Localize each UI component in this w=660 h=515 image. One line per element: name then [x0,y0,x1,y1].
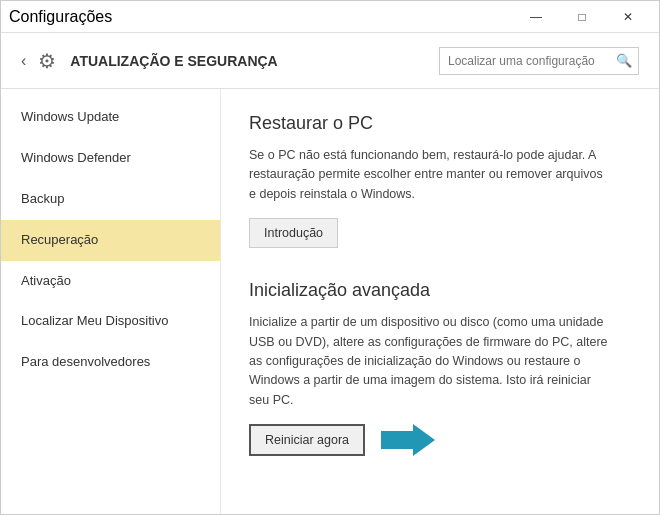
reiniciar-agora-button[interactable]: Reiniciar agora [249,424,365,456]
arrow-tail [381,431,413,449]
arrow-head [413,424,435,456]
sidebar-item-windows-update[interactable]: Windows Update [1,97,220,138]
section-inicializacao-desc: Inicialize a partir de um dispositivo ou… [249,313,609,410]
sidebar-item-recuperacao[interactable]: Recuperação [1,220,220,261]
maximize-button[interactable]: □ [559,1,605,33]
close-button[interactable]: ✕ [605,1,651,33]
sidebar-item-backup[interactable]: Backup [1,179,220,220]
section-restaurar-desc: Se o PC não está funcionando bem, restau… [249,146,609,204]
gear-icon: ⚙ [38,49,56,73]
title-bar-title: Configurações [9,8,112,26]
arrow-indicator [381,424,435,456]
sidebar-item-windows-defender[interactable]: Windows Defender [1,138,220,179]
settings-window: Configurações — □ ✕ ‹ ⚙ ATUALIZAÇÃO E SE… [0,0,660,515]
section-inicializacao-title: Inicialização avançada [249,280,631,301]
back-button[interactable]: ‹ [21,52,26,70]
title-bar: Configurações — □ ✕ [1,1,659,33]
search-icon: 🔍 [610,47,638,75]
title-bar-left: Configurações [9,8,112,26]
sidebar-item-desenvolvedores[interactable]: Para desenvolvedores [1,342,220,383]
app-title: ATUALIZAÇÃO E SEGURANÇA [70,53,439,69]
app-header: ‹ ⚙ ATUALIZAÇÃO E SEGURANÇA 🔍 [1,33,659,89]
section-restaurar: Restaurar o PC Se o PC não está funciona… [249,113,631,248]
content-area: Restaurar o PC Se o PC não está funciona… [221,89,659,514]
minimize-button[interactable]: — [513,1,559,33]
introducao-button[interactable]: Introdução [249,218,338,248]
title-bar-controls: — □ ✕ [513,1,651,33]
sidebar-item-localizar[interactable]: Localizar Meu Dispositivo [1,301,220,342]
main-content: Windows Update Windows Defender Backup R… [1,89,659,514]
search-box: 🔍 [439,47,639,75]
sidebar: Windows Update Windows Defender Backup R… [1,89,221,514]
reiniciar-container: Reiniciar agora [249,424,631,456]
search-input[interactable] [440,48,610,74]
section-restaurar-title: Restaurar o PC [249,113,631,134]
section-inicializacao: Inicialização avançada Inicialize a part… [249,280,631,456]
sidebar-item-ativacao[interactable]: Ativação [1,261,220,302]
